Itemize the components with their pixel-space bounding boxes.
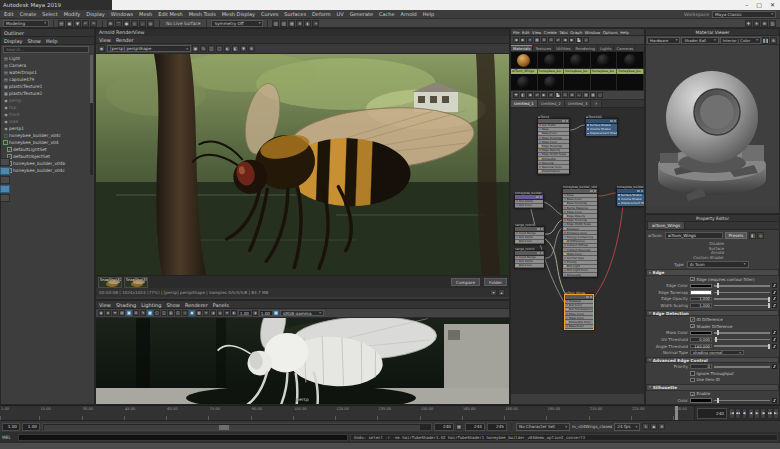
attr-port-icon[interactable] [564,207,566,209]
snap-to-point-icon[interactable]: ● [123,20,130,27]
attr-port-icon[interactable] [564,203,566,205]
show-downstream-icon[interactable]: ▶ [541,92,547,98]
checkbox-ignore-throughput[interactable] [690,371,695,376]
resolution-gate-icon[interactable]: ◫ [161,310,167,316]
slider-handle[interactable] [768,303,770,308]
checkbox-shader-difference[interactable]: ✓ [690,324,695,329]
color-swatch-edge-color[interactable] [690,284,712,289]
node-attr-row[interactable]: Displacement Shader [617,202,644,206]
forward-icon[interactable]: ▶ [520,37,526,43]
outliner-item-plastictexture1[interactable]: ▩plasticTexture1 [3,83,94,90]
workspace-dropdown[interactable]: Maya Classic▾ [712,11,776,18]
input-output-connections-icon[interactable]: ⇄ [555,37,561,43]
playback-options-icon[interactable]: ↻ [642,423,649,430]
attr-port-icon[interactable] [539,145,541,147]
animation-end-field-b[interactable]: 245 [487,423,507,431]
map-texture-icon[interactable] [772,290,777,295]
checkbox-id-difference[interactable]: ✓ [690,317,695,322]
menu-uv[interactable]: UV [337,11,344,17]
menu-modify[interactable]: Modify [64,11,81,17]
map-texture-icon[interactable] [772,364,777,369]
attr-port-icon[interactable] [566,300,568,302]
show-both-icon[interactable]: ⇄ [534,92,540,98]
snap-to-projected-center-icon[interactable]: ◎ [131,20,138,27]
outliner-set-honeybee-builder-v04b[interactable]: ✓honeybee_builder_v04b [3,160,94,167]
frame-all-icon[interactable]: ⊡ [562,92,568,98]
outliner-item-top[interactable]: ◉top [3,104,94,111]
outliner-menu-display[interactable]: Display [4,38,22,44]
viewer-renderer-dropdown[interactable]: Hardware▾ [647,37,680,44]
hypershade-menu-view[interactable]: View [532,30,541,35]
renderview-menu-render[interactable]: Render [116,37,134,43]
grid-icon[interactable]: ▦ [147,310,153,316]
node-attr-row[interactable]: Out Color [515,240,544,244]
snap-to-grid-icon[interactable]: ⊞ [107,20,114,27]
time-slider-ticks[interactable]: 1.0015.0030.0045.0060.0075.0090.00105.00… [0,406,695,421]
rearrange-graph-icon[interactable]: ▙ [576,37,582,43]
simple-mode-icon[interactable]: ▭ [576,92,582,98]
viewer-shape-dropdown[interactable]: Shader Ball▾ [681,37,718,44]
menu-select[interactable]: Select [42,11,57,17]
new-scene-icon[interactable]: ▤ [58,20,65,27]
graph-selected-icon[interactable]: ◧ [520,92,526,98]
undo-icon[interactable]: ↶ [82,20,89,27]
image-plane-icon[interactable]: ▣ [126,310,132,316]
modeling-toolkit-icon[interactable]: ✚ [745,20,752,27]
material-swatch[interactable] [591,74,618,91]
menu-generate[interactable]: Generate [350,11,373,17]
symmetry-dropdown[interactable]: Symmetry Off▾ [211,20,263,27]
search-icon[interactable]: ○ [597,92,603,98]
map-texture-icon[interactable] [772,344,777,349]
shadows-icon[interactable]: ◑ [210,310,216,316]
attr-port-icon[interactable] [564,198,566,200]
command-language-label[interactable]: MEL [2,435,16,440]
attr-port-icon[interactable] [539,162,541,164]
colorspace-dropdown[interactable]: sRGB gamma▾ [280,310,324,316]
playback-end-field[interactable]: 240 [434,423,454,431]
graph-tab-untitled-3[interactable]: Untitled_3 [565,100,592,107]
outliner-item-honeybee-builder-v04c[interactable]: □honeybee_builder_v04c [3,132,94,139]
material-swatch[interactable] [538,74,565,91]
node-expand-icon[interactable] [590,296,593,299]
open-scene-icon[interactable]: ▣ [66,20,73,27]
color-swatch-color[interactable] [690,398,712,403]
material-swatch[interactable] [511,74,538,91]
attr-port-icon[interactable] [566,317,568,319]
node-attr-row[interactable]: Base Color [565,325,593,329]
menu-edit-mesh[interactable]: Edit Mesh [158,11,182,17]
dropdown-normal-type[interactable]: shading normal▾ [690,350,744,355]
collapse-arrow-icon[interactable]: ▾ [649,311,651,315]
hypershade-menu-create[interactable]: Create [544,30,557,35]
go-to-end-button[interactable]: ▶| [773,408,779,419]
node-expand-icon[interactable] [540,196,543,199]
current-time-field[interactable]: 240 [697,408,727,419]
shader-node-honeybee-builder-v04c-aitoon-wings[interactable]: honeybee_builder_v04c:aiToon_WingsBaseBa… [562,188,598,278]
attr-port-icon[interactable] [564,249,566,251]
viewer-environment-dropdown[interactable]: Interior | Color▾ [720,37,761,44]
maximize-button[interactable]: ▢ [756,2,762,8]
pause-render-icon[interactable]: ❚❚ [762,37,769,44]
animation-preferences-icon[interactable]: ✻ [658,423,665,430]
pin-icon[interactable]: ◎ [583,37,589,43]
node-expand-icon[interactable] [541,228,544,231]
value-field-uv-threshold[interactable]: 0.000 [690,337,712,342]
outliner-item-camera[interactable]: ▤Camera [3,62,94,69]
redo-icon[interactable]: ↷ [90,20,97,27]
shader-node-range-color1[interactable]: range_color1Input RangeOut AlphaOut Colo… [514,226,545,245]
lock-camera-icon[interactable]: ◈ [105,310,111,316]
attr-port-icon[interactable] [516,200,518,202]
outliner-item-honeybee-builder-v04[interactable]: honeybee_builder_v04 [3,139,94,146]
fps-dropdown[interactable]: 24 fps▾ [614,423,640,431]
attr-port-icon[interactable] [566,325,568,327]
menu-create[interactable]: Create [20,11,37,17]
map-texture-icon[interactable] [772,303,777,308]
show-hide-icon[interactable]: ◧ [749,232,756,239]
outliner-item-waterdrops1[interactable]: ▤waterDrops1 [3,69,94,76]
close-button[interactable]: ✕ [770,2,775,8]
render-current-frame-icon[interactable]: ▧ [272,20,279,27]
input-connections-icon[interactable]: ◀ [562,37,568,43]
range-options-icon[interactable]: ▦ [456,424,462,430]
material-swatch[interactable] [564,74,591,91]
menu-display[interactable]: Display [86,11,104,17]
shader-node-aitoon1sg[interactable]: aiToon1SGSurface ShaderVolume ShaderDisp… [585,118,618,137]
